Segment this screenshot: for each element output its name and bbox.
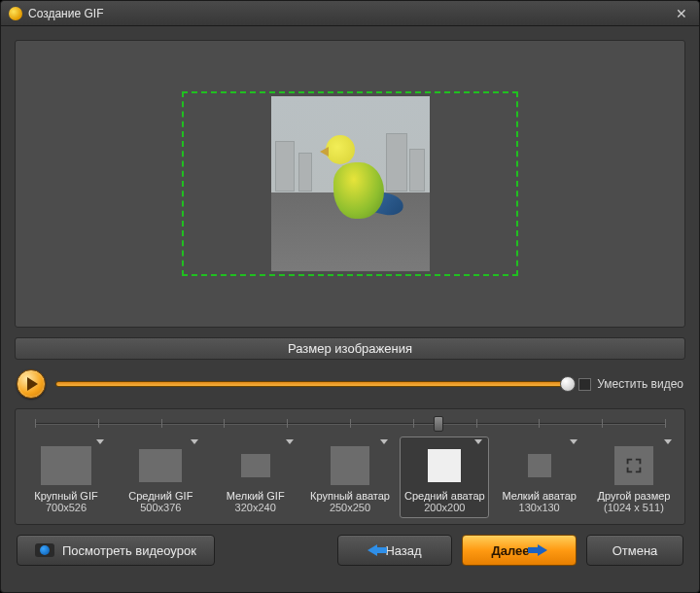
video-frame — [271, 96, 430, 271]
dropdown-icon[interactable] — [191, 439, 198, 444]
dropdown-icon[interactable] — [570, 439, 578, 444]
section-image-size: Размер изображения — [15, 337, 685, 360]
arrow-left-icon — [368, 544, 377, 556]
dialog-body: Размер изображения Уместить видео Крупны… — [1, 26, 699, 592]
preset-thumb — [528, 454, 551, 477]
footer: Посмотреть видеоурок Назад Далее Отмена — [15, 535, 685, 568]
dropdown-icon[interactable] — [474, 439, 482, 444]
preset-small-gif[interactable]: Мелкий GIF320x240 — [211, 436, 300, 518]
dropdown-icon[interactable] — [664, 439, 672, 444]
preset-thumb — [241, 454, 270, 477]
preset-dimensions: 250x250 — [308, 502, 392, 513]
preset-name: Мелкий GIF — [214, 490, 298, 502]
app-icon — [9, 7, 22, 20]
preset-medium-gif[interactable]: Средний GIF500x376 — [116, 436, 205, 518]
preset-name: Мелкий аватар — [498, 490, 581, 502]
preset-name: Средний аватар — [402, 490, 486, 502]
preset-large-avatar[interactable]: Крупный аватар250x250 — [305, 436, 395, 518]
preset-dimensions: 700x526 — [24, 502, 108, 513]
preset-dimensions: 320x240 — [214, 502, 298, 513]
checkbox-icon — [578, 378, 591, 391]
next-label: Далее — [491, 543, 529, 558]
arrow-right-icon — [538, 544, 547, 556]
preset-name: Средний GIF — [119, 490, 202, 502]
preset-thumb — [41, 446, 91, 485]
preset-medium-avatar[interactable]: Средний аватар200x200 — [400, 436, 489, 518]
expand-icon — [614, 446, 653, 485]
bird-art — [324, 133, 394, 227]
preset-thumb — [428, 449, 461, 482]
preset-large-gif[interactable]: Крупный GIF700x526 — [21, 436, 111, 518]
preset-dimensions: 500x376 — [119, 502, 202, 513]
gif-creation-dialog: Создание GIF ✕ — [0, 0, 700, 593]
preset-name: Крупный аватар — [308, 490, 392, 502]
presets-panel: Крупный GIF700x526Средний GIF500x376Мелк… — [15, 408, 685, 525]
titlebar: Создание GIF ✕ — [1, 1, 699, 26]
preset-small-avatar[interactable]: Мелкий аватар130x130 — [495, 436, 584, 518]
preset-dimensions: 130x130 — [498, 502, 581, 513]
watch-tutorial-label: Посмотреть видеоурок — [62, 543, 196, 558]
preview-panel — [15, 40, 685, 328]
window-title: Создание GIF — [28, 7, 672, 20]
timeline-slider[interactable] — [55, 381, 569, 387]
fit-video-label: Уместить видео — [597, 377, 683, 391]
zoom-handle[interactable] — [434, 416, 443, 432]
dropdown-icon[interactable] — [286, 439, 294, 444]
timeline-handle[interactable] — [560, 376, 576, 392]
dropdown-icon[interactable] — [380, 439, 388, 444]
preset-other-size[interactable]: Другой размер(1024 x 511) — [589, 436, 679, 518]
back-button[interactable]: Назад — [337, 535, 452, 566]
close-icon[interactable]: ✕ — [672, 6, 691, 21]
cancel-label: Отмена — [612, 543, 658, 558]
presets-row: Крупный GIF700x526Средний GIF500x376Мелк… — [21, 436, 679, 518]
crop-selection[interactable] — [182, 91, 518, 276]
play-icon — [27, 377, 38, 391]
preset-dimensions: (1024 x 511) — [592, 502, 676, 513]
watch-tutorial-button[interactable]: Посмотреть видеоурок — [17, 535, 215, 566]
fit-video-checkbox[interactable]: Уместить видео — [578, 377, 683, 391]
preset-name: Другой размер — [592, 490, 676, 502]
preset-thumb — [139, 449, 182, 482]
next-button[interactable]: Далее — [462, 535, 577, 566]
cancel-button[interactable]: Отмена — [586, 535, 683, 566]
zoom-slider[interactable] — [35, 417, 665, 431]
preset-name: Крупный GIF — [24, 490, 108, 502]
preset-dimensions: 200x200 — [402, 502, 486, 513]
play-button[interactable] — [17, 369, 46, 399]
timeline-row: Уместить видео — [15, 369, 685, 399]
preset-thumb — [331, 446, 369, 485]
back-label: Назад — [385, 543, 421, 558]
camera-icon — [35, 543, 54, 557]
dropdown-icon[interactable] — [96, 439, 104, 444]
